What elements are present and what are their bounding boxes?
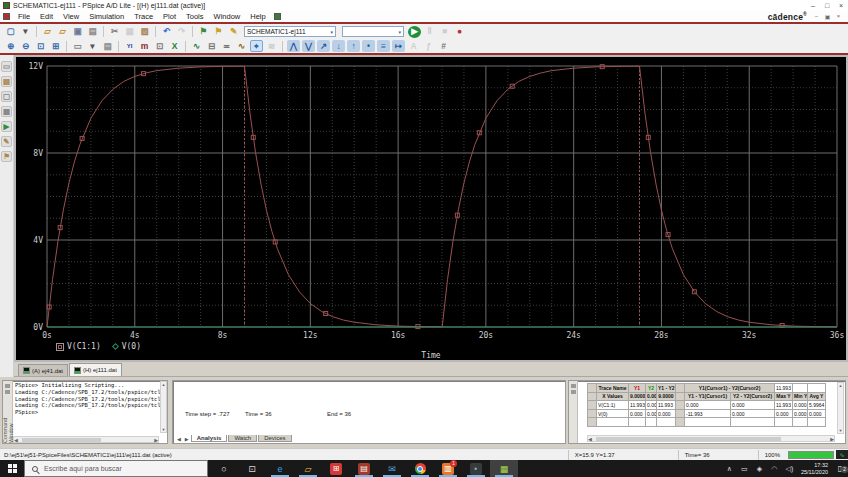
cursor-max-icon[interactable]: ↑ <box>347 40 360 52</box>
new-file-icon[interactable]: ▢ <box>4 26 17 38</box>
command-window-output[interactable]: PSpice> Initializing Scripting... Loadin… <box>13 381 167 443</box>
unsync-plot-icon[interactable]: ≖ <box>220 40 233 52</box>
new-file-dropdown-icon[interactable]: ▾ <box>19 26 32 38</box>
marker-wizard-icon[interactable]: ⚑ <box>1 151 12 162</box>
capture-app-button[interactable]: ▪ <box>462 460 490 477</box>
circuit-file-icon[interactable]: ▦ <box>1 106 12 117</box>
cursor-search-icon[interactable]: ≡ <box>377 40 390 52</box>
notification-center-button[interactable]: ▯2 <box>832 460 848 477</box>
tab-devices[interactable]: Devices <box>258 435 291 442</box>
undo-icon[interactable]: ↶ <box>160 26 173 38</box>
table-horizontal-scrollbar[interactable]: ◀▶ <box>587 435 835 442</box>
orange-app-button[interactable]: ▥1 <box>434 460 462 477</box>
toggle-cursor-icon[interactable]: ⌖ <box>250 40 263 52</box>
stop-button[interactable]: ■ <box>438 26 451 38</box>
start-button[interactable] <box>0 460 24 477</box>
cortana-button[interactable]: ○ <box>210 460 238 477</box>
trace1-marker-icon[interactable] <box>56 343 64 351</box>
tray-expand-icon[interactable]: ∧ <box>722 460 737 477</box>
zoom-out-icon[interactable]: ⊖ <box>19 40 32 52</box>
menu-window[interactable]: Window <box>209 12 246 21</box>
table-vertical-scrollbar[interactable]: ▲▼ <box>837 382 844 434</box>
zoom-fit-icon[interactable]: ⊞ <box>49 40 62 52</box>
page-dropdown-icon[interactable]: ▾ <box>86 40 99 52</box>
append-waveform-icon[interactable]: ▱ <box>56 26 69 38</box>
view-output-file-icon[interactable]: ▤ <box>101 40 114 52</box>
stop-sim-button[interactable]: ● <box>453 26 466 38</box>
maximize-button[interactable]: □ <box>820 2 834 9</box>
command-horizontal-scrollbar[interactable]: ◀▶ <box>13 436 159 443</box>
cursor-slope-icon[interactable]: ↗ <box>317 40 330 52</box>
tab-ej41[interactable]: (A) ej41.dat <box>18 364 68 376</box>
trace2-marker-icon[interactable] <box>112 343 119 350</box>
save-icon[interactable]: ▣ <box>71 26 84 38</box>
tab-scroll-left-icon[interactable]: ◀ <box>177 436 181 442</box>
taskbar-clock[interactable]: 17:32 25/11/2020 <box>801 462 828 475</box>
trace1-label[interactable]: V(C1:1) <box>67 342 101 351</box>
chrome-button[interactable] <box>406 460 434 477</box>
stack-window-icon[interactable]: ▤ <box>1 76 12 87</box>
trace2-label[interactable]: V(0) <box>122 342 141 351</box>
print-icon[interactable]: ▤ <box>86 26 99 38</box>
cursor-table-titlebar[interactable] <box>569 381 578 443</box>
mail-button[interactable]: ✉ <box>378 460 406 477</box>
add-trace-icon[interactable]: ∿ <box>190 40 203 52</box>
volume-icon[interactable]: ◁) <box>782 460 797 477</box>
file-explorer-button[interactable]: ▱ <box>294 460 322 477</box>
open-file-icon[interactable]: ▱ <box>41 26 54 38</box>
taskbar-search-input[interactable]: Escribe aquí para buscar <box>24 460 208 477</box>
run-profile-icon[interactable]: ▶ <box>1 121 12 132</box>
copy-icon[interactable]: ▦ <box>123 26 136 38</box>
command-window-titlebar[interactable]: Command Window <box>3 381 13 443</box>
wifi-icon[interactable]: ◠ <box>767 460 782 477</box>
export-excel-icon[interactable]: X <box>168 40 181 52</box>
edge-button[interactable]: e <box>266 460 294 477</box>
tab-watch[interactable]: Watch <box>228 435 257 442</box>
menu-tools[interactable]: Tools <box>181 12 209 21</box>
zoom-in-icon[interactable]: ⊕ <box>4 40 17 52</box>
menu-edit[interactable]: Edit <box>35 12 58 21</box>
task-view-button[interactable]: ⊡ <box>238 460 266 477</box>
store-button[interactable]: ▤ <box>350 460 378 477</box>
display-control-icon[interactable]: ⊡ <box>153 40 166 52</box>
menu-file[interactable]: File <box>13 12 35 21</box>
close-button[interactable]: × <box>834 2 848 9</box>
simulation-message-icon[interactable]: ▭ <box>1 61 12 72</box>
new-page-icon[interactable]: ▢ <box>1 91 12 102</box>
cursor-values-table[interactable]: Trace Name Y1 Y2 Y1 - Y2 Y1(Cursor1) - Y… <box>587 383 826 427</box>
cut-icon[interactable]: ✂ <box>108 26 121 38</box>
tab-analysis[interactable]: Analysis <box>191 435 228 442</box>
mark-voltage-level-icon[interactable]: YI <box>123 40 136 52</box>
pspice-button[interactable]: ▦ <box>490 460 518 477</box>
cursor-point-icon[interactable]: • <box>362 40 375 52</box>
plot-area[interactable]: 0s4s8s12s16s20s24s28s32s36s0V4V8V12V V(C… <box>16 57 846 360</box>
histogram-icon[interactable]: m <box>138 40 151 52</box>
profile-combo[interactable]: ▾ <box>342 26 404 37</box>
menu-simulation[interactable]: Simulation <box>84 12 129 21</box>
power-marker-icon[interactable]: ✎ <box>227 26 240 38</box>
performance-analysis-icon[interactable]: ≋ <box>265 40 278 52</box>
dropbox-icon[interactable]: ◈ <box>752 460 767 477</box>
gift-app-button[interactable]: ⊞ <box>322 460 350 477</box>
child-minimize-button[interactable]: – <box>811 13 822 20</box>
cursor-next-transition-icon[interactable]: ↦ <box>392 40 405 52</box>
command-vertical-scrollbar[interactable]: ▲▼ <box>160 381 167 433</box>
menu-view[interactable]: View <box>58 12 84 21</box>
menu-plot[interactable]: Plot <box>158 12 181 21</box>
tab-ej111[interactable]: (H) ej111.dat <box>69 363 122 376</box>
schematic-page-icon[interactable]: ▭ <box>71 40 84 52</box>
eval-goal-function-icon[interactable]: ƒ <box>422 40 435 52</box>
battery-icon[interactable]: ▭ <box>737 460 752 477</box>
cursor-peak-icon[interactable]: ⋀ <box>287 40 300 52</box>
minimize-button[interactable]: – <box>806 2 820 9</box>
voltage-marker-icon[interactable]: ⚑ <box>197 26 210 38</box>
mark-label-icon[interactable]: A <box>407 40 420 52</box>
fourier-icon[interactable]: ∿ <box>235 40 248 52</box>
child-restore-button[interactable]: ▣ <box>822 13 833 20</box>
menu-help[interactable]: Help <box>245 12 270 21</box>
run-button[interactable]: ▶ <box>408 26 421 38</box>
menu-trace[interactable]: Trace <box>129 12 158 21</box>
help-extra-icon[interactable] <box>274 13 281 20</box>
cursor-trough-icon[interactable]: ⋁ <box>302 40 315 52</box>
edit-profile-icon[interactable]: ✎ <box>1 136 12 147</box>
